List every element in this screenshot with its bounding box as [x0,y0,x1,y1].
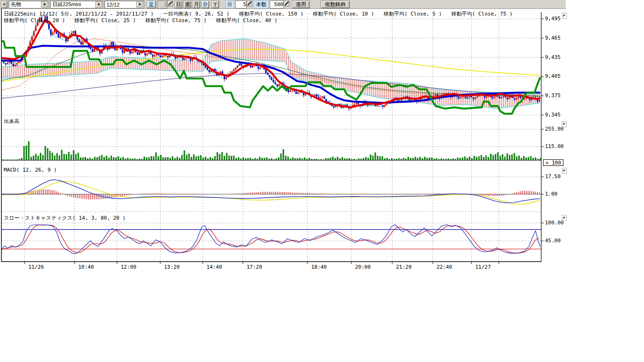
stoch-k-line [1,225,540,254]
volume-bar [21,158,23,160]
candle-body [324,97,325,99]
candle-body [7,63,8,64]
tenkan-line [1,16,540,107]
volume-bar [61,150,63,160]
candle-body [3,62,5,63]
bar-count-input[interactable] [270,0,284,8]
minute-spin-button[interactable] [247,0,252,7]
volume-bar [163,157,164,160]
candle-body [539,99,540,102]
volume-bar [71,155,72,160]
candle-body [239,64,240,66]
symbol-select[interactable]: 日経225mini ▼ [50,0,103,8]
volume-bar [217,152,218,160]
ashi-count-value[interactable] [157,1,167,8]
chart-canvas[interactable] [0,0,644,362]
candle-body [305,94,306,95]
volume-bar [526,157,527,160]
volume-bar [219,154,221,160]
ashi-count-input[interactable] [157,0,167,8]
candle-body [435,94,437,96]
volume-bar [24,146,25,160]
candle-body [5,63,7,64]
candle-body [358,103,359,104]
volume-bar [191,157,192,160]
daily-button[interactable]: 日 [174,0,182,8]
candle-body [486,97,487,98]
volume-bar [490,154,492,160]
volume-bar [372,156,374,160]
ashi-count-spin-button[interactable] [167,0,173,7]
volume-bar [120,158,122,160]
volume-bar [514,153,515,160]
candle-body [60,35,61,37]
minute-value-input[interactable] [235,0,247,8]
minute-mode-button[interactable]: 分 [201,0,209,8]
price-pane-menu-button[interactable]: ◤ [562,13,567,19]
candle-body [290,90,291,92]
volume-bar [488,157,489,160]
volume-bar [231,156,232,160]
volume-bar [486,156,487,160]
volume-bar [210,157,211,160]
volume-bar [83,157,84,160]
candle-body [499,97,501,98]
volume-bar [212,158,214,160]
bar-count-spin-button[interactable] [284,0,289,7]
candle-body [32,36,33,41]
chevron-down-icon: ▼ [41,1,48,8]
volume-bar [481,155,482,160]
volume-bar [78,153,79,160]
volume-bar [507,153,508,160]
bar-count-value[interactable] [270,1,283,8]
candle-body [250,66,252,68]
candle-body [149,52,150,54]
volume-bar [99,156,100,160]
volume-bar [42,155,44,160]
candle-body [39,17,41,22]
volume-bar [521,158,522,160]
candle-body [303,93,305,95]
contract-select[interactable]: 12/12 ▼ [104,0,144,8]
volume-bar [97,157,98,160]
candle-body [113,42,114,46]
volume-bar [363,158,364,160]
monthly-button[interactable]: 月 [192,0,200,8]
volume-bar [101,155,103,160]
volume-bar [417,158,419,160]
volume-bar [502,154,504,160]
volume-bar [288,156,289,160]
minute-value[interactable] [236,1,246,8]
volume-bar [106,156,107,160]
volume-bar [462,157,463,160]
mini-combo-button[interactable]: ▼ [1,0,8,8]
volume-bar [229,156,230,160]
apply-button[interactable]: 適用 [292,0,310,8]
weekly-button[interactable]: 週 [183,0,191,8]
volume-bar [174,158,176,160]
multi-symbol-button[interactable]: 複数銘柄 [321,0,350,8]
volume-bar [285,156,287,160]
ashi-toggle-button[interactable]: 足 [147,0,156,8]
volume-bar [403,158,405,160]
volume-bar [398,158,400,160]
volume-bar [179,158,181,160]
volume-bar [429,157,430,160]
volume-bar [382,156,383,160]
volume-bar [271,158,272,160]
volume-bar [38,156,39,160]
candle-body [15,65,16,66]
volume-bar [431,157,433,160]
volume-pane-menu-button[interactable]: ◤ [562,121,567,127]
volume-bar [167,157,169,160]
tick-button[interactable]: T [211,0,219,8]
market-select[interactable]: 先物 ▼ [8,0,49,8]
candle-body [50,29,52,35]
volume-bar [476,157,478,160]
stoch-pane-menu-button[interactable]: ◤ [562,215,567,221]
volume-bar [299,158,301,160]
candle-body [207,67,208,70]
macd-pane-menu-button[interactable]: ◤ [562,168,567,174]
volume-bar [113,157,115,160]
volume-bar [304,157,305,160]
